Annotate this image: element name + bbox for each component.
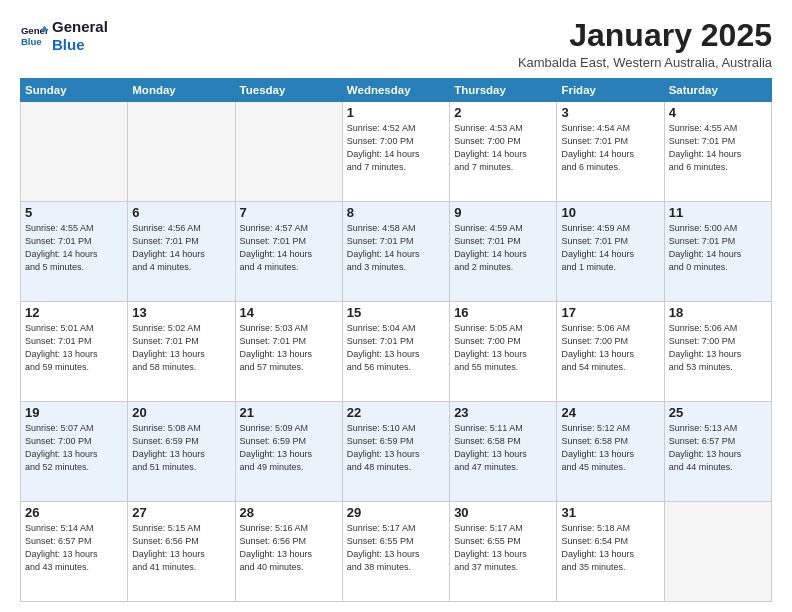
day-number: 9 [454, 205, 552, 220]
day-info: Sunrise: 5:03 AMSunset: 7:01 PMDaylight:… [240, 322, 338, 374]
logo-icon: General Blue [20, 22, 48, 50]
day-info: Sunrise: 4:58 AMSunset: 7:01 PMDaylight:… [347, 222, 445, 274]
subtitle: Kambalda East, Western Australia, Austra… [518, 55, 772, 70]
day-number: 31 [561, 505, 659, 520]
day-number: 18 [669, 305, 767, 320]
table-row: 24Sunrise: 5:12 AMSunset: 6:58 PMDayligh… [557, 402, 664, 502]
day-info: Sunrise: 5:15 AMSunset: 6:56 PMDaylight:… [132, 522, 230, 574]
table-row: 21Sunrise: 5:09 AMSunset: 6:59 PMDayligh… [235, 402, 342, 502]
table-row: 5Sunrise: 4:55 AMSunset: 7:01 PMDaylight… [21, 202, 128, 302]
day-number: 30 [454, 505, 552, 520]
calendar-week-1: 1Sunrise: 4:52 AMSunset: 7:00 PMDaylight… [21, 102, 772, 202]
month-title: January 2025 [518, 18, 772, 53]
calendar-week-2: 5Sunrise: 4:55 AMSunset: 7:01 PMDaylight… [21, 202, 772, 302]
day-info: Sunrise: 4:59 AMSunset: 7:01 PMDaylight:… [561, 222, 659, 274]
day-info: Sunrise: 5:12 AMSunset: 6:58 PMDaylight:… [561, 422, 659, 474]
table-row: 14Sunrise: 5:03 AMSunset: 7:01 PMDayligh… [235, 302, 342, 402]
day-number: 11 [669, 205, 767, 220]
day-number: 23 [454, 405, 552, 420]
col-monday: Monday [128, 79, 235, 102]
day-info: Sunrise: 5:16 AMSunset: 6:56 PMDaylight:… [240, 522, 338, 574]
table-row: 27Sunrise: 5:15 AMSunset: 6:56 PMDayligh… [128, 502, 235, 602]
calendar-header-row: Sunday Monday Tuesday Wednesday Thursday… [21, 79, 772, 102]
table-row: 18Sunrise: 5:06 AMSunset: 7:00 PMDayligh… [664, 302, 771, 402]
day-number: 14 [240, 305, 338, 320]
day-info: Sunrise: 5:02 AMSunset: 7:01 PMDaylight:… [132, 322, 230, 374]
table-row: 15Sunrise: 5:04 AMSunset: 7:01 PMDayligh… [342, 302, 449, 402]
table-row: 9Sunrise: 4:59 AMSunset: 7:01 PMDaylight… [450, 202, 557, 302]
logo-text: General Blue [52, 18, 108, 54]
day-info: Sunrise: 4:57 AMSunset: 7:01 PMDaylight:… [240, 222, 338, 274]
col-thursday: Thursday [450, 79, 557, 102]
table-row: 4Sunrise: 4:55 AMSunset: 7:01 PMDaylight… [664, 102, 771, 202]
day-number: 12 [25, 305, 123, 320]
table-row: 16Sunrise: 5:05 AMSunset: 7:00 PMDayligh… [450, 302, 557, 402]
day-info: Sunrise: 4:53 AMSunset: 7:00 PMDaylight:… [454, 122, 552, 174]
logo: General Blue General Blue [20, 18, 108, 54]
day-number: 24 [561, 405, 659, 420]
day-info: Sunrise: 4:52 AMSunset: 7:00 PMDaylight:… [347, 122, 445, 174]
table-row: 26Sunrise: 5:14 AMSunset: 6:57 PMDayligh… [21, 502, 128, 602]
table-row [21, 102, 128, 202]
table-row: 6Sunrise: 4:56 AMSunset: 7:01 PMDaylight… [128, 202, 235, 302]
day-number: 5 [25, 205, 123, 220]
day-number: 29 [347, 505, 445, 520]
day-info: Sunrise: 5:09 AMSunset: 6:59 PMDaylight:… [240, 422, 338, 474]
table-row: 11Sunrise: 5:00 AMSunset: 7:01 PMDayligh… [664, 202, 771, 302]
table-row: 3Sunrise: 4:54 AMSunset: 7:01 PMDaylight… [557, 102, 664, 202]
day-info: Sunrise: 5:06 AMSunset: 7:00 PMDaylight:… [561, 322, 659, 374]
table-row: 10Sunrise: 4:59 AMSunset: 7:01 PMDayligh… [557, 202, 664, 302]
table-row [128, 102, 235, 202]
header: General Blue General Blue January 2025 K… [20, 18, 772, 70]
day-info: Sunrise: 5:08 AMSunset: 6:59 PMDaylight:… [132, 422, 230, 474]
day-info: Sunrise: 5:06 AMSunset: 7:00 PMDaylight:… [669, 322, 767, 374]
table-row: 1Sunrise: 4:52 AMSunset: 7:00 PMDaylight… [342, 102, 449, 202]
day-number: 17 [561, 305, 659, 320]
day-info: Sunrise: 4:59 AMSunset: 7:01 PMDaylight:… [454, 222, 552, 274]
day-number: 2 [454, 105, 552, 120]
day-info: Sunrise: 5:13 AMSunset: 6:57 PMDaylight:… [669, 422, 767, 474]
day-number: 22 [347, 405, 445, 420]
day-number: 27 [132, 505, 230, 520]
day-info: Sunrise: 5:04 AMSunset: 7:01 PMDaylight:… [347, 322, 445, 374]
page: General Blue General Blue January 2025 K… [0, 0, 792, 612]
table-row: 31Sunrise: 5:18 AMSunset: 6:54 PMDayligh… [557, 502, 664, 602]
day-number: 4 [669, 105, 767, 120]
calendar: Sunday Monday Tuesday Wednesday Thursday… [20, 78, 772, 602]
table-row: 13Sunrise: 5:02 AMSunset: 7:01 PMDayligh… [128, 302, 235, 402]
day-info: Sunrise: 4:56 AMSunset: 7:01 PMDaylight:… [132, 222, 230, 274]
day-number: 13 [132, 305, 230, 320]
calendar-week-5: 26Sunrise: 5:14 AMSunset: 6:57 PMDayligh… [21, 502, 772, 602]
table-row: 2Sunrise: 4:53 AMSunset: 7:00 PMDaylight… [450, 102, 557, 202]
day-info: Sunrise: 4:54 AMSunset: 7:01 PMDaylight:… [561, 122, 659, 174]
day-info: Sunrise: 5:07 AMSunset: 7:00 PMDaylight:… [25, 422, 123, 474]
col-tuesday: Tuesday [235, 79, 342, 102]
table-row: 12Sunrise: 5:01 AMSunset: 7:01 PMDayligh… [21, 302, 128, 402]
table-row: 20Sunrise: 5:08 AMSunset: 6:59 PMDayligh… [128, 402, 235, 502]
day-number: 20 [132, 405, 230, 420]
table-row: 17Sunrise: 5:06 AMSunset: 7:00 PMDayligh… [557, 302, 664, 402]
day-info: Sunrise: 5:10 AMSunset: 6:59 PMDaylight:… [347, 422, 445, 474]
day-info: Sunrise: 5:01 AMSunset: 7:01 PMDaylight:… [25, 322, 123, 374]
day-info: Sunrise: 5:17 AMSunset: 6:55 PMDaylight:… [454, 522, 552, 574]
day-number: 7 [240, 205, 338, 220]
table-row: 30Sunrise: 5:17 AMSunset: 6:55 PMDayligh… [450, 502, 557, 602]
col-saturday: Saturday [664, 79, 771, 102]
day-number: 6 [132, 205, 230, 220]
day-number: 21 [240, 405, 338, 420]
table-row: 25Sunrise: 5:13 AMSunset: 6:57 PMDayligh… [664, 402, 771, 502]
table-row: 8Sunrise: 4:58 AMSunset: 7:01 PMDaylight… [342, 202, 449, 302]
col-sunday: Sunday [21, 79, 128, 102]
title-block: January 2025 Kambalda East, Western Aust… [518, 18, 772, 70]
table-row: 23Sunrise: 5:11 AMSunset: 6:58 PMDayligh… [450, 402, 557, 502]
calendar-week-4: 19Sunrise: 5:07 AMSunset: 7:00 PMDayligh… [21, 402, 772, 502]
day-info: Sunrise: 5:05 AMSunset: 7:00 PMDaylight:… [454, 322, 552, 374]
day-number: 26 [25, 505, 123, 520]
table-row: 22Sunrise: 5:10 AMSunset: 6:59 PMDayligh… [342, 402, 449, 502]
day-info: Sunrise: 4:55 AMSunset: 7:01 PMDaylight:… [25, 222, 123, 274]
day-number: 3 [561, 105, 659, 120]
table-row: 7Sunrise: 4:57 AMSunset: 7:01 PMDaylight… [235, 202, 342, 302]
day-info: Sunrise: 5:11 AMSunset: 6:58 PMDaylight:… [454, 422, 552, 474]
day-number: 25 [669, 405, 767, 420]
table-row: 29Sunrise: 5:17 AMSunset: 6:55 PMDayligh… [342, 502, 449, 602]
